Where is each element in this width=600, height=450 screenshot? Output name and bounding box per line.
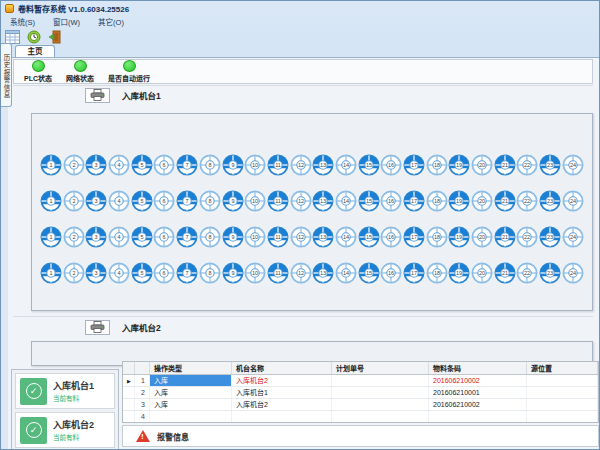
menu-bar: 系统(S) 窗口(W) 其它(O) <box>1 16 600 29</box>
reel-slot-icon: 2 <box>63 262 85 284</box>
machine1-status-card[interactable]: ✓ 入库机台1 当前有料 <box>15 373 115 409</box>
auto-run-status-light <box>123 60 136 72</box>
reel-slot-icon: 7 <box>176 226 198 248</box>
menu-window[interactable]: 窗口(W) <box>44 16 89 29</box>
menu-system[interactable]: 系统(S) <box>1 16 44 29</box>
reel-slot-icon: 9 <box>222 190 244 212</box>
table-cell[interactable] <box>232 411 332 422</box>
svg-text:12: 12 <box>298 234 304 240</box>
table-cell[interactable] <box>527 387 598 398</box>
svg-text:5: 5 <box>140 198 143 204</box>
table-cell[interactable] <box>332 411 429 422</box>
table-cell[interactable]: 入库 <box>150 375 232 386</box>
table-cell[interactable] <box>150 411 232 422</box>
reel-row: 1 2 3 4 5 6 7 <box>40 190 584 226</box>
table-cell[interactable]: 入库机台2 <box>232 375 332 386</box>
svg-text:22: 22 <box>524 234 530 240</box>
svg-text:23: 23 <box>547 162 553 168</box>
table-header-cell[interactable]: 操作类型 <box>150 362 232 374</box>
table-cell[interactable]: 201606210001 <box>429 387 527 398</box>
table-cell[interactable]: 入库机台2 <box>232 399 332 410</box>
reel-slot-icon: 24 <box>562 154 584 176</box>
svg-text:15: 15 <box>366 198 372 204</box>
reel-slot-icon: 5 <box>131 226 153 248</box>
reel-slot-icon: 12 <box>290 226 312 248</box>
table-row[interactable]: 4 <box>123 411 598 423</box>
svg-text:17: 17 <box>411 234 417 240</box>
svg-text:19: 19 <box>456 162 462 168</box>
svg-text:7: 7 <box>186 270 189 276</box>
reel-slot-icon: 10 <box>244 262 266 284</box>
table-header-cell[interactable]: 物料条码 <box>429 362 527 374</box>
svg-text:2: 2 <box>72 198 75 204</box>
reel-slot-icon: 1 <box>40 154 62 176</box>
svg-text:8: 8 <box>208 234 211 240</box>
svg-text:3: 3 <box>95 162 98 168</box>
machine1-title: 入库机台1 <box>122 89 161 101</box>
svg-text:3: 3 <box>95 198 98 204</box>
title-bar[interactable]: 卷料暂存系统 V1.0.6034.25526 <box>1 1 600 16</box>
svg-text:17: 17 <box>411 198 417 204</box>
table-cell[interactable] <box>527 399 598 410</box>
table-cell[interactable]: 201606210002 <box>429 399 527 410</box>
reel-slot-icon: 19 <box>448 190 470 212</box>
side-tab-alarm-history[interactable]: 历史报警信息 <box>1 43 12 107</box>
svg-text:10: 10 <box>252 270 258 276</box>
reel-slot-icon: 10 <box>244 226 266 248</box>
reel-slot-icon: 2 <box>63 226 85 248</box>
reel-slot-icon: 18 <box>426 226 448 248</box>
svg-text:20: 20 <box>479 234 485 240</box>
exit-icon[interactable] <box>46 29 63 44</box>
reel-slot-icon: 19 <box>448 226 470 248</box>
svg-text:24: 24 <box>570 234 576 240</box>
menu-other[interactable]: 其它(O) <box>89 16 133 29</box>
reel-slot-icon: 6 <box>153 262 175 284</box>
tab-home[interactable]: 主页 <box>15 45 55 57</box>
table-header-cell[interactable]: 源位置 <box>527 362 598 374</box>
table-cell[interactable]: 入库 <box>150 399 232 410</box>
table-header-cell[interactable]: 机台名称 <box>232 362 332 374</box>
svg-text:4: 4 <box>118 234 121 240</box>
reel-slot-icon: 1 <box>40 190 62 212</box>
table-cell[interactable] <box>332 399 429 410</box>
reel-slot-icon: 24 <box>562 262 584 284</box>
table-cell[interactable]: 201606210002 <box>429 375 527 386</box>
svg-text:9: 9 <box>231 234 234 240</box>
row-marker: ▶ <box>123 375 135 386</box>
reel-slot-icon: 10 <box>244 154 266 176</box>
svg-text:7: 7 <box>186 162 189 168</box>
print-button-machine2[interactable] <box>85 320 110 335</box>
svg-text:12: 12 <box>298 270 304 276</box>
reel-slot-icon: 10 <box>244 190 266 212</box>
reel-slot-icon: 14 <box>335 262 357 284</box>
table-header-cell[interactable]: 计划单号 <box>332 362 429 374</box>
tab-strip: 主页 <box>1 45 600 57</box>
reel-slot-icon: 3 <box>85 190 107 212</box>
svg-text:8: 8 <box>208 270 211 276</box>
svg-text:2: 2 <box>72 234 75 240</box>
svg-text:23: 23 <box>547 234 553 240</box>
table-row[interactable]: ▶1入库入库机台2201606210002 <box>123 375 598 387</box>
table-cell[interactable] <box>527 411 598 422</box>
print-button-machine1[interactable] <box>85 88 110 103</box>
table-row[interactable]: 2入库入库机台1201606210001 <box>123 387 598 399</box>
table-cell[interactable] <box>527 375 598 386</box>
svg-text:18: 18 <box>434 234 440 240</box>
reel-slot-icon: 17 <box>403 226 425 248</box>
table-row[interactable]: 3入库入库机台2201606210002 <box>123 399 598 411</box>
reel-slot-icon: 7 <box>176 154 198 176</box>
svg-text:14: 14 <box>343 234 349 240</box>
svg-text:11: 11 <box>275 198 281 204</box>
table-cell[interactable]: 入库 <box>150 387 232 398</box>
table-cell[interactable]: 入库机台1 <box>232 387 332 398</box>
machine2-status-card[interactable]: ✓ 入库机台2 当前有料 <box>15 412 115 448</box>
reel-slot-icon: 15 <box>358 154 380 176</box>
table-cell[interactable] <box>332 387 429 398</box>
table-cell[interactable] <box>332 375 429 386</box>
svg-text:22: 22 <box>524 270 530 276</box>
app-window: 卷料暂存系统 V1.0.6034.25526 系统(S) 窗口(W) 其它(O) <box>0 0 600 450</box>
svg-text:21: 21 <box>502 198 508 204</box>
clock-icon[interactable] <box>25 29 42 44</box>
table-cell[interactable] <box>429 411 527 422</box>
schedule-icon[interactable] <box>4 29 21 44</box>
